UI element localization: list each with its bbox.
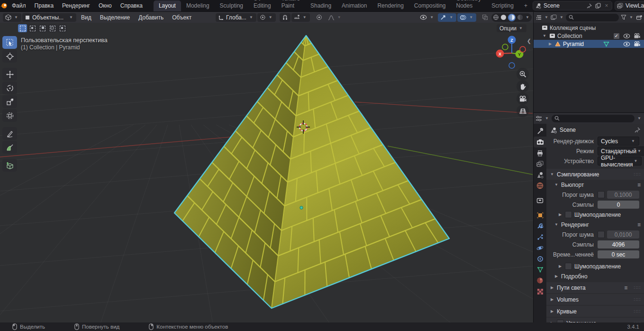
nav-tab-particles[interactable] (534, 231, 546, 242)
menu-help[interactable]: Справка (116, 0, 147, 11)
nav-tab-object-data[interactable] (534, 264, 546, 275)
tool-transform[interactable] (2, 109, 17, 122)
tab-add-workspace[interactable]: + (519, 0, 533, 11)
options-dropdown[interactable]: Опции ▼ (497, 24, 526, 32)
outliner-filter-chevron[interactable]: ▼ (628, 15, 634, 19)
tab-modeling[interactable]: Modeling (181, 0, 215, 11)
nav-tab-physics[interactable] (534, 242, 546, 253)
shading-material-preview-button[interactable] (508, 14, 516, 21)
show-object-types-dropdown[interactable]: ▼ (417, 13, 437, 22)
nav-tab-collection[interactable] (534, 195, 546, 206)
menu-render[interactable]: Рендеринг (58, 0, 94, 11)
viewport-denoise-checkbox[interactable] (565, 211, 572, 218)
camera-view-button[interactable] (517, 92, 529, 105)
section-grip[interactable]: ∷∷ (634, 172, 641, 177)
mode-dropdown[interactable]: Объектны... ▼ (22, 13, 76, 22)
tool-measure[interactable] (2, 141, 17, 154)
pivot-point-dropdown[interactable]: ▼ (257, 13, 276, 22)
tool-select-box[interactable] (2, 36, 17, 49)
gizmo-y-neg-axis[interactable] (502, 44, 508, 50)
preset-menu-icon[interactable]: ≡ (637, 182, 641, 188)
properties-search-input[interactable] (552, 115, 635, 122)
ortho-grid-button[interactable] (517, 105, 529, 117)
viewport-samples-value[interactable]: 0 (598, 201, 639, 209)
gizmo-z-neg-axis[interactable] (509, 63, 515, 68)
tool-move[interactable] (2, 68, 17, 81)
pyramid-expand-icon[interactable]: ▶ (548, 42, 553, 46)
snap-toggle[interactable] (280, 13, 290, 22)
proportional-editing-toggle[interactable] (314, 13, 325, 22)
tool-rotate[interactable] (2, 82, 17, 94)
tab-scripting[interactable]: Scripting (486, 0, 519, 11)
render-noise-checkbox[interactable] (598, 231, 605, 238)
tool-annotate[interactable] (2, 127, 17, 140)
outliner-row-pyramid[interactable]: ▶ Pyramid (534, 40, 644, 48)
select-intersect-button[interactable] (58, 24, 67, 32)
tool-cursor[interactable] (2, 50, 17, 63)
simplify-section-header[interactable]: ▶ Упрощение ∷∷ (546, 318, 644, 322)
nav-tab-object[interactable] (534, 210, 546, 221)
pyramid-hide-eye-icon[interactable] (623, 42, 630, 46)
tab-compositing[interactable]: Compositing (409, 0, 451, 11)
tab-uv-editing[interactable]: UV Editing (248, 0, 276, 11)
pyramid-render-camera-icon[interactable] (634, 41, 640, 46)
transform-orientation-dropdown[interactable]: Глоба... ▼ (216, 13, 256, 22)
render-time-limit-value[interactable]: 0 sec (598, 250, 639, 258)
select-extend-button[interactable] (28, 24, 37, 32)
viewport-noise-value[interactable]: 0.1000 (607, 191, 639, 199)
nav-tab-output[interactable] (534, 147, 546, 158)
light-paths-section-header[interactable]: ▶ Пути света ≡ ∷∷ (546, 282, 644, 293)
nav-tab-render[interactable] (534, 137, 546, 147)
menu-file[interactable]: Файл (8, 0, 30, 11)
nav-tab-scene[interactable] (534, 169, 546, 180)
proportional-falloff-dropdown[interactable]: ▼ (326, 13, 345, 22)
gizmos-toggle-dropdown[interactable]: ▼ (438, 13, 456, 22)
menu-select[interactable]: Выделение (96, 14, 134, 21)
tool-scale[interactable] (2, 95, 17, 108)
outliner-display-chevron[interactable]: ▼ (544, 15, 549, 19)
preset-menu-icon[interactable]: ≡ (624, 285, 627, 291)
outliner-filter-id-chevron[interactable]: ▼ (559, 15, 564, 19)
nav-tab-tool[interactable] (534, 126, 546, 137)
menu-view[interactable]: Вид (77, 14, 95, 21)
viewport-noise-checkbox[interactable] (598, 191, 605, 198)
editor-type-button[interactable]: ▼ (3, 13, 21, 22)
render-samples-value[interactable]: 4096 (598, 240, 639, 248)
shading-solid-button[interactable] (500, 14, 507, 20)
nav-tab-modifiers[interactable] (534, 221, 546, 231)
select-subtract-button[interactable] (38, 24, 47, 32)
xray-toggle[interactable] (480, 13, 490, 22)
nav-tab-world[interactable] (534, 180, 546, 191)
section-grip[interactable]: ∷∷ (634, 309, 641, 314)
nav-tab-texture[interactable] (534, 286, 546, 297)
sampling-section-header[interactable]: ▼ Сэмплирование ∷∷ (546, 169, 644, 180)
outliner-filter-funnel-icon[interactable] (620, 14, 627, 21)
select-set-button[interactable] (18, 24, 27, 32)
volumes-section-header[interactable]: ▶ Volumes ∷∷ (546, 294, 644, 305)
new-scene-icon[interactable] (595, 2, 601, 9)
shading-wireframe-button[interactable] (493, 14, 499, 20)
select-invert-button[interactable] (48, 24, 57, 32)
blender-logo-icon[interactable] (0, 0, 8, 11)
viewport-denoise-subheader[interactable]: ▶ Шумоподавление (546, 210, 644, 220)
navigation-gizmo[interactable]: Z X Y (493, 32, 533, 73)
tab-texture-paint[interactable]: Texture Paint (276, 0, 305, 11)
tab-animation[interactable]: Animation (336, 0, 372, 11)
collection-checkbox[interactable]: ✓ (613, 33, 620, 39)
nav-tab-view-layer[interactable] (534, 158, 546, 169)
shading-dropdown[interactable]: ▼ (525, 15, 530, 19)
render-engine-dropdown[interactable]: Cycles▼ (598, 137, 639, 146)
overlays-toggle-dropdown[interactable]: ▼ (457, 13, 476, 22)
section-grip[interactable]: ∷∷ (634, 285, 641, 290)
tab-layout[interactable]: Layout (154, 0, 181, 11)
render-denoise-checkbox[interactable] (565, 263, 572, 270)
outliner-search-input[interactable] (566, 14, 619, 21)
unlink-scene-icon[interactable]: × (603, 2, 610, 9)
nav-tab-constraints[interactable] (534, 253, 546, 264)
properties-options-chevron[interactable]: ▼ (636, 116, 642, 120)
3d-viewport-canvas[interactable] (0, 23, 533, 322)
collection-expand-icon[interactable]: ▼ (542, 34, 547, 38)
tab-geometry-nodes[interactable]: Geometry Nodes (451, 0, 487, 11)
tab-sculpting[interactable]: Sculpting (215, 0, 248, 11)
collection-render-camera-icon[interactable] (634, 33, 640, 38)
